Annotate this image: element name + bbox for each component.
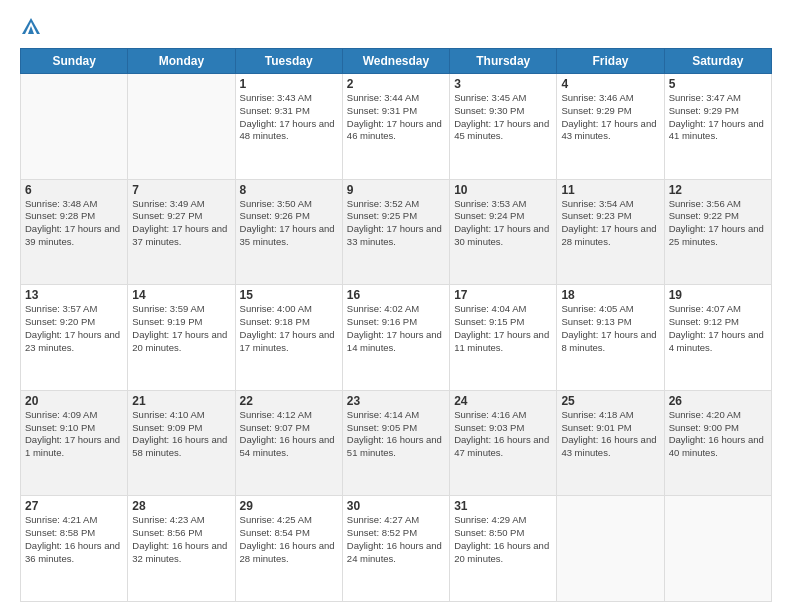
table-row: 10Sunrise: 3:53 AMSunset: 9:24 PMDayligh… [450, 179, 557, 285]
weekday-header-sunday: Sunday [21, 49, 128, 74]
calendar: SundayMondayTuesdayWednesdayThursdayFrid… [20, 48, 772, 602]
table-row: 28Sunrise: 4:23 AMSunset: 8:56 PMDayligh… [128, 496, 235, 602]
table-row [557, 496, 664, 602]
weekday-header-friday: Friday [557, 49, 664, 74]
weekday-header-saturday: Saturday [664, 49, 771, 74]
table-row: 8Sunrise: 3:50 AMSunset: 9:26 PMDaylight… [235, 179, 342, 285]
table-row: 17Sunrise: 4:04 AMSunset: 9:15 PMDayligh… [450, 285, 557, 391]
day-info: Sunrise: 3:43 AMSunset: 9:31 PMDaylight:… [240, 92, 338, 143]
day-number: 17 [454, 288, 552, 302]
day-info: Sunrise: 4:09 AMSunset: 9:10 PMDaylight:… [25, 409, 123, 460]
table-row [128, 74, 235, 180]
table-row: 24Sunrise: 4:16 AMSunset: 9:03 PMDayligh… [450, 390, 557, 496]
table-row: 15Sunrise: 4:00 AMSunset: 9:18 PMDayligh… [235, 285, 342, 391]
day-number: 29 [240, 499, 338, 513]
day-number: 13 [25, 288, 123, 302]
day-info: Sunrise: 4:00 AMSunset: 9:18 PMDaylight:… [240, 303, 338, 354]
day-number: 2 [347, 77, 445, 91]
weekday-header-wednesday: Wednesday [342, 49, 449, 74]
day-number: 11 [561, 183, 659, 197]
weekday-header-tuesday: Tuesday [235, 49, 342, 74]
table-row: 30Sunrise: 4:27 AMSunset: 8:52 PMDayligh… [342, 496, 449, 602]
day-number: 3 [454, 77, 552, 91]
day-info: Sunrise: 3:46 AMSunset: 9:29 PMDaylight:… [561, 92, 659, 143]
table-row: 19Sunrise: 4:07 AMSunset: 9:12 PMDayligh… [664, 285, 771, 391]
table-row: 12Sunrise: 3:56 AMSunset: 9:22 PMDayligh… [664, 179, 771, 285]
table-row: 11Sunrise: 3:54 AMSunset: 9:23 PMDayligh… [557, 179, 664, 285]
table-row: 14Sunrise: 3:59 AMSunset: 9:19 PMDayligh… [128, 285, 235, 391]
table-row: 1Sunrise: 3:43 AMSunset: 9:31 PMDaylight… [235, 74, 342, 180]
day-info: Sunrise: 4:21 AMSunset: 8:58 PMDaylight:… [25, 514, 123, 565]
day-info: Sunrise: 3:59 AMSunset: 9:19 PMDaylight:… [132, 303, 230, 354]
day-info: Sunrise: 4:16 AMSunset: 9:03 PMDaylight:… [454, 409, 552, 460]
day-info: Sunrise: 4:07 AMSunset: 9:12 PMDaylight:… [669, 303, 767, 354]
table-row: 31Sunrise: 4:29 AMSunset: 8:50 PMDayligh… [450, 496, 557, 602]
table-row: 20Sunrise: 4:09 AMSunset: 9:10 PMDayligh… [21, 390, 128, 496]
day-info: Sunrise: 4:12 AMSunset: 9:07 PMDaylight:… [240, 409, 338, 460]
day-info: Sunrise: 4:10 AMSunset: 9:09 PMDaylight:… [132, 409, 230, 460]
day-number: 14 [132, 288, 230, 302]
day-info: Sunrise: 3:53 AMSunset: 9:24 PMDaylight:… [454, 198, 552, 249]
day-number: 10 [454, 183, 552, 197]
table-row: 3Sunrise: 3:45 AMSunset: 9:30 PMDaylight… [450, 74, 557, 180]
day-number: 8 [240, 183, 338, 197]
day-number: 7 [132, 183, 230, 197]
table-row: 2Sunrise: 3:44 AMSunset: 9:31 PMDaylight… [342, 74, 449, 180]
day-info: Sunrise: 4:05 AMSunset: 9:13 PMDaylight:… [561, 303, 659, 354]
table-row: 7Sunrise: 3:49 AMSunset: 9:27 PMDaylight… [128, 179, 235, 285]
day-info: Sunrise: 3:45 AMSunset: 9:30 PMDaylight:… [454, 92, 552, 143]
day-number: 5 [669, 77, 767, 91]
day-number: 1 [240, 77, 338, 91]
day-number: 16 [347, 288, 445, 302]
table-row [664, 496, 771, 602]
day-info: Sunrise: 3:56 AMSunset: 9:22 PMDaylight:… [669, 198, 767, 249]
day-number: 15 [240, 288, 338, 302]
table-row: 6Sunrise: 3:48 AMSunset: 9:28 PMDaylight… [21, 179, 128, 285]
day-number: 4 [561, 77, 659, 91]
day-info: Sunrise: 3:54 AMSunset: 9:23 PMDaylight:… [561, 198, 659, 249]
table-row [21, 74, 128, 180]
table-row: 29Sunrise: 4:25 AMSunset: 8:54 PMDayligh… [235, 496, 342, 602]
day-number: 20 [25, 394, 123, 408]
table-row: 13Sunrise: 3:57 AMSunset: 9:20 PMDayligh… [21, 285, 128, 391]
day-number: 22 [240, 394, 338, 408]
weekday-header-monday: Monday [128, 49, 235, 74]
day-number: 31 [454, 499, 552, 513]
day-info: Sunrise: 4:27 AMSunset: 8:52 PMDaylight:… [347, 514, 445, 565]
day-number: 9 [347, 183, 445, 197]
day-info: Sunrise: 4:14 AMSunset: 9:05 PMDaylight:… [347, 409, 445, 460]
day-info: Sunrise: 3:48 AMSunset: 9:28 PMDaylight:… [25, 198, 123, 249]
day-info: Sunrise: 3:49 AMSunset: 9:27 PMDaylight:… [132, 198, 230, 249]
day-info: Sunrise: 3:52 AMSunset: 9:25 PMDaylight:… [347, 198, 445, 249]
day-info: Sunrise: 4:25 AMSunset: 8:54 PMDaylight:… [240, 514, 338, 565]
day-number: 30 [347, 499, 445, 513]
day-info: Sunrise: 3:50 AMSunset: 9:26 PMDaylight:… [240, 198, 338, 249]
day-info: Sunrise: 3:57 AMSunset: 9:20 PMDaylight:… [25, 303, 123, 354]
day-info: Sunrise: 4:02 AMSunset: 9:16 PMDaylight:… [347, 303, 445, 354]
logo [20, 16, 46, 38]
table-row: 9Sunrise: 3:52 AMSunset: 9:25 PMDaylight… [342, 179, 449, 285]
table-row: 16Sunrise: 4:02 AMSunset: 9:16 PMDayligh… [342, 285, 449, 391]
table-row: 21Sunrise: 4:10 AMSunset: 9:09 PMDayligh… [128, 390, 235, 496]
table-row: 4Sunrise: 3:46 AMSunset: 9:29 PMDaylight… [557, 74, 664, 180]
day-number: 12 [669, 183, 767, 197]
table-row: 27Sunrise: 4:21 AMSunset: 8:58 PMDayligh… [21, 496, 128, 602]
table-row: 5Sunrise: 3:47 AMSunset: 9:29 PMDaylight… [664, 74, 771, 180]
day-number: 26 [669, 394, 767, 408]
day-number: 21 [132, 394, 230, 408]
day-number: 23 [347, 394, 445, 408]
logo-icon [20, 16, 42, 38]
weekday-header-thursday: Thursday [450, 49, 557, 74]
day-number: 28 [132, 499, 230, 513]
day-info: Sunrise: 4:04 AMSunset: 9:15 PMDaylight:… [454, 303, 552, 354]
day-number: 18 [561, 288, 659, 302]
day-info: Sunrise: 3:47 AMSunset: 9:29 PMDaylight:… [669, 92, 767, 143]
day-info: Sunrise: 3:44 AMSunset: 9:31 PMDaylight:… [347, 92, 445, 143]
day-info: Sunrise: 4:23 AMSunset: 8:56 PMDaylight:… [132, 514, 230, 565]
day-number: 6 [25, 183, 123, 197]
table-row: 22Sunrise: 4:12 AMSunset: 9:07 PMDayligh… [235, 390, 342, 496]
day-number: 19 [669, 288, 767, 302]
table-row: 25Sunrise: 4:18 AMSunset: 9:01 PMDayligh… [557, 390, 664, 496]
table-row: 26Sunrise: 4:20 AMSunset: 9:00 PMDayligh… [664, 390, 771, 496]
day-info: Sunrise: 4:29 AMSunset: 8:50 PMDaylight:… [454, 514, 552, 565]
